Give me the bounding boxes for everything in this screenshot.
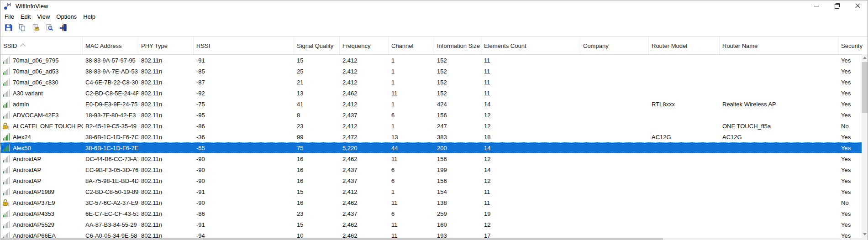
exit-button[interactable] — [58, 22, 68, 32]
cell-text: No — [841, 123, 849, 130]
cell-text: 18 — [484, 134, 490, 141]
cell-text: 802.11n — [141, 57, 162, 64]
cell-text: B2-45-19-C5-35-49 — [85, 123, 137, 130]
cell-text: 12 — [484, 177, 490, 184]
menu-view[interactable]: View — [34, 12, 53, 21]
menu-help[interactable]: Help — [80, 12, 99, 21]
table-row[interactable]: AndroidAPDC-44-B6-CC-73-A7802.11n-90162,… — [0, 153, 868, 164]
cell-text: E0-D9-E3-9F-24-75 — [85, 101, 137, 108]
table-row-selected[interactable]: Alex5038-6B-1C-1D-F6-7E-55755,2204420014… — [0, 142, 868, 153]
scroll-down-arrow-icon[interactable] — [862, 231, 868, 238]
vertical-scrollbar[interactable] — [862, 54, 868, 238]
cell-text: 11 — [391, 199, 398, 206]
cell-signal_quality: 15 — [294, 55, 340, 66]
table-row[interactable]: AndroidAP5529AA-87-B3-84-55-29802.11n-91… — [0, 219, 868, 230]
column-header-rssi[interactable]: RSSI — [194, 37, 294, 54]
cell-text: 152 — [437, 57, 447, 64]
menu-edit[interactable]: Edit — [17, 12, 34, 21]
column-header-router_model[interactable]: Router Model — [649, 37, 720, 54]
cell-router_name — [720, 208, 838, 219]
cell-router_model — [649, 66, 720, 77]
table-row[interactable]: 70mai_d06_c830C4-6E-7B-22-C8-30802.11n-8… — [0, 77, 868, 88]
scrollbar-corner — [862, 238, 868, 240]
save-button[interactable] — [3, 22, 13, 32]
column-header-signal_quality[interactable]: Signal Quality — [294, 37, 340, 54]
cell-information_size: 156 — [434, 110, 481, 120]
cell-text: Realtek Wireless AP — [722, 101, 776, 108]
cell-text: 11 — [484, 199, 490, 206]
cell-router_name — [720, 186, 838, 197]
cell-text: 8A-75-98-1E-BD-4D — [85, 177, 138, 184]
cell-text: 160 — [437, 221, 447, 228]
cell-phy: 802.11n — [138, 99, 194, 110]
cell-elements_count: 14 — [481, 99, 580, 110]
cell-frequency: 2,462 — [340, 88, 389, 99]
window-controls — [806, 0, 868, 11]
copy-button[interactable] — [17, 22, 27, 32]
table-row[interactable]: ALCATEL ONE TOUCH POP...B2-45-19-C5-35-4… — [0, 120, 868, 131]
cell-ssid: 70mai_d06_ad53 — [0, 66, 83, 77]
cell-rssi: -91 — [194, 219, 294, 230]
vertical-scrollbar-thumb[interactable] — [862, 62, 868, 113]
column-header-information_size[interactable]: Information Size — [434, 37, 481, 54]
column-header-phy[interactable]: PHY Type — [138, 37, 194, 54]
cell-text: Yes — [841, 57, 851, 64]
column-header-security[interactable]: Security — [838, 37, 868, 54]
table-row[interactable]: Alex2438-6B-1C-1D-F6-7C802.11n-36992,472… — [0, 131, 868, 142]
column-header-ssid[interactable]: SSID — [0, 37, 83, 54]
cell-information_size: 152 — [434, 55, 481, 66]
cell-rssi: -87 — [194, 77, 294, 88]
signal-strength-icon — [2, 100, 11, 108]
cell-signal_quality: 25 — [294, 66, 340, 77]
cell-text: 11 — [484, 79, 490, 86]
table-row[interactable]: AndroidAP43536E-C7-EC-CF-43-53802.11n-86… — [0, 208, 868, 219]
table-row[interactable]: 70mai_d06_979538-83-9A-57-97-95802.11n-9… — [0, 55, 868, 66]
cell-text: -86 — [196, 210, 205, 217]
cell-text: 70mai_d06_ad53 — [13, 68, 58, 75]
cell-rssi: -75 — [194, 99, 294, 110]
menu-file[interactable]: File — [1, 12, 17, 21]
cell-mac: 18-93-7F-80-42-E3 — [83, 110, 138, 120]
column-header-frequency[interactable]: Frequency — [340, 37, 389, 54]
table-row[interactable]: A30 variantC2-BD-C8-5E-24-4F802.11n-9213… — [0, 88, 868, 99]
close-button[interactable] — [847, 0, 868, 11]
table-row[interactable]: AndroidAPEC-9B-F3-05-3D-76802.11n-90162,… — [0, 164, 868, 175]
cell-mac: C2-BD-C8-50-19-89 — [83, 186, 138, 197]
cell-text: 152 — [437, 90, 447, 97]
column-header-label: Router Name — [722, 42, 758, 49]
cell-channel: 11 — [389, 219, 434, 230]
table-row[interactable]: AndroidAP8A-75-98-1E-BD-4D802.11n-90162,… — [0, 175, 868, 186]
table-row[interactable]: ADVOCAM-42E318-93-7F-80-42-E3802.11n-958… — [0, 110, 868, 120]
cell-ssid: AndroidAP — [0, 175, 83, 186]
table-row[interactable]: 70mai_d06_ad5338-83-9A-7E-AD-53802.11n-8… — [0, 66, 868, 77]
table-row[interactable]: AndroidAP37E93C-57-6C-A2-37-E9802.11n-90… — [0, 197, 868, 208]
restore-button[interactable] — [826, 0, 847, 11]
column-header-company[interactable]: Company — [580, 37, 649, 54]
column-header-mac[interactable]: MAC Address — [83, 37, 138, 54]
cell-elements_count: 12 — [481, 219, 580, 230]
scroll-up-arrow-icon[interactable] — [862, 54, 868, 61]
menu-options[interactable]: Options — [53, 12, 80, 21]
column-header-elements_count[interactable]: Elements Count — [481, 37, 580, 54]
table-row[interactable]: AndroidAP1989C2-BD-C8-50-19-89802.11n-91… — [0, 186, 868, 197]
cell-text: 41 — [297, 101, 303, 108]
cell-channel: 44 — [389, 142, 434, 153]
properties-button[interactable] — [31, 22, 41, 32]
cell-text: 15 — [297, 221, 303, 228]
column-header-channel[interactable]: Channel — [389, 37, 434, 54]
cell-text: 2,462 — [342, 221, 358, 228]
cell-router_model — [649, 153, 720, 164]
horizontal-scrollbar[interactable] — [0, 238, 862, 240]
cell-signal_quality: 16 — [294, 164, 340, 175]
column-header-label: MAC Address — [85, 42, 121, 49]
horizontal-scrollbar-thumb[interactable] — [1, 238, 663, 240]
title-bar: WifiInfoView — [0, 0, 868, 11]
cell-router_model — [649, 120, 720, 131]
column-header-router_name[interactable]: Router Name — [720, 37, 838, 54]
table-row[interactable]: adminE0-D9-E3-9F-24-75802.11n-75412,4121… — [0, 99, 868, 110]
find-button[interactable] — [44, 22, 54, 32]
column-header-label: Frequency — [342, 42, 370, 49]
cell-information_size: 152 — [434, 66, 481, 77]
minimize-button[interactable] — [806, 0, 826, 11]
cell-text: 18-93-7F-80-42-E3 — [85, 112, 136, 119]
